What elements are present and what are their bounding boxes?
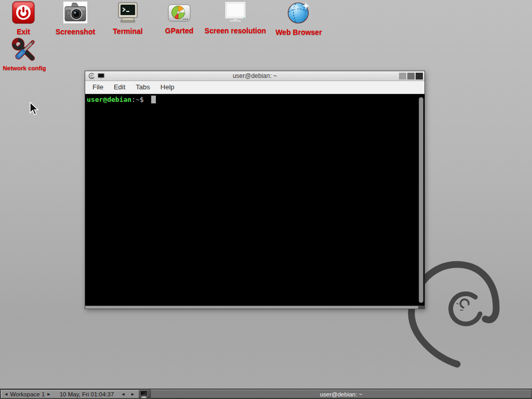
shell-prompt: user@debian:~$ [87, 96, 156, 103]
menu-file[interactable]: File [87, 81, 109, 94]
menu-edit[interactable]: Edit [109, 81, 130, 94]
menu-help[interactable]: Help [155, 81, 180, 94]
minimize-button[interactable] [399, 73, 406, 79]
terminal-window: user@debian: ~ File Edit Tabs Help user@… [85, 71, 425, 309]
camera-icon [63, 1, 88, 24]
prompt-symbol: $ [140, 96, 148, 103]
task-button-label: user@debian: ~ [320, 391, 363, 397]
monitor-icon [223, 1, 247, 23]
scrollbar-thumb[interactable] [419, 97, 423, 303]
window-titlebar[interactable]: user@debian: ~ [85, 71, 424, 81]
window-bottom-edge [85, 305, 424, 309]
desktop-icon-screen-resolution[interactable]: Screen resolution [199, 1, 272, 35]
pager-next-arrow-icon[interactable]: ▶ [130, 392, 135, 396]
crt-monitor-icon [116, 2, 139, 23]
maximize-button[interactable] [407, 73, 415, 79]
desktop-icon-label: Exit [0, 28, 47, 36]
menu-tabs[interactable]: Tabs [130, 81, 155, 94]
desktop-icon-web-browser[interactable]: Web Browser [262, 1, 335, 36]
workspace-next-arrow-icon[interactable]: ▶ [46, 392, 51, 396]
pager-prev-arrow-icon[interactable]: ◀ [121, 392, 125, 396]
taskbar: ◀ Workspace 1 ▶ 10 May, Fri 01:04:37 ◀ ▶… [0, 389, 532, 399]
prompt-separator: : [131, 96, 136, 103]
prompt-user-host: user@debian [87, 96, 131, 103]
prompt-path: ~ [136, 96, 140, 103]
task-button-terminal[interactable]: user@debian: ~ [151, 390, 531, 398]
workspace-label[interactable]: Workspace 1 [8, 391, 46, 397]
desktop-icon-label: Network config [0, 65, 49, 71]
desktop-icon-label: Web Browser [262, 28, 335, 36]
window-title: user@debian: ~ [85, 72, 424, 79]
close-button[interactable] [416, 73, 423, 79]
mouse-cursor [29, 102, 39, 116]
disk-pie-icon [167, 3, 191, 23]
terminal-content[interactable]: user@debian:~$ [85, 94, 424, 305]
taskbar-monitor-icon[interactable] [140, 390, 149, 399]
power-icon [12, 1, 35, 24]
globe-icon [287, 1, 311, 24]
clock: 10 May, Fri 01:04:37 [60, 391, 114, 397]
desktop-icon-label: Screen resolution [199, 26, 272, 35]
resize-grip[interactable] [418, 306, 424, 309]
desktop-icon-network-config[interactable]: Network config [0, 37, 49, 71]
workspace-pager: ◀ Workspace 1 ▶ 10 May, Fri 01:04:37 ◀ ▶ [1, 390, 139, 398]
workspace-prev-arrow-icon[interactable]: ◀ [4, 392, 8, 396]
crossed-tools-icon [11, 37, 37, 61]
menu-bar: File Edit Tabs Help [85, 81, 424, 94]
terminal-cursor [151, 96, 156, 103]
desktop-icon-exit[interactable]: Exit [0, 1, 47, 36]
